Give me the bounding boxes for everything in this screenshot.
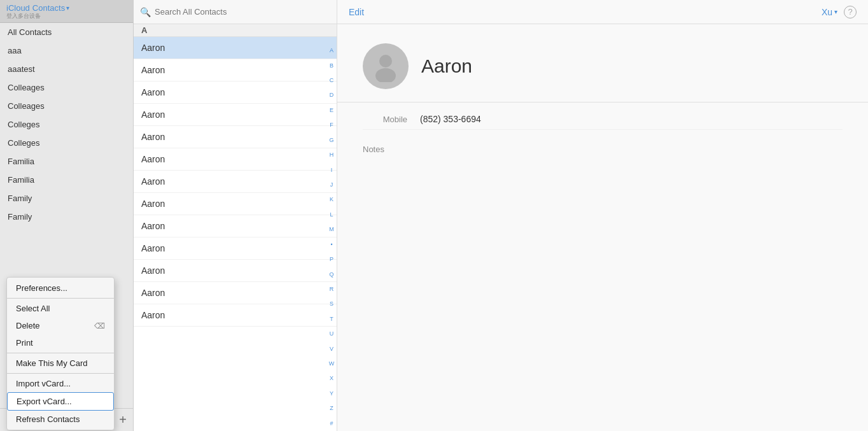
contact-row-10[interactable]: Aaron — [134, 260, 337, 282]
notes-label: Notes — [363, 145, 384, 154]
alpha-D[interactable]: D — [330, 92, 334, 98]
svg-point-1 — [375, 68, 396, 82]
xu-label[interactable]: Xu — [822, 7, 832, 17]
contact-row-4[interactable]: Aaron — [134, 126, 337, 148]
context-select-all[interactable]: Select All — [7, 300, 114, 317]
search-bar: 🔍 — [134, 0, 337, 24]
context-separator-3 — [7, 373, 114, 374]
sidebar-item-family2[interactable]: Family — [0, 208, 133, 226]
alpha-C[interactable]: C — [330, 78, 334, 83]
contact-row-9[interactable]: Aaron — [134, 237, 337, 260]
alpha-U[interactable]: U — [330, 331, 334, 337]
context-make-my-card[interactable]: Make This My Card — [7, 355, 114, 372]
context-export-vcard[interactable]: Export vCard... — [7, 392, 114, 411]
notes-section: Notes — [337, 136, 868, 162]
context-delete[interactable]: Delete ⌫ — [7, 317, 114, 334]
sidebar-item-familia2[interactable]: Familia — [0, 171, 133, 189]
sidebar-item-all-contacts[interactable]: All Contacts — [0, 23, 133, 41]
alpha-F[interactable]: F — [330, 122, 333, 128]
alpha-K[interactable]: K — [330, 197, 333, 202]
context-import-vcard[interactable]: Import vCard... — [7, 375, 114, 392]
icloud-subtitle: 登入多台设备 — [6, 13, 69, 19]
contact-row-7[interactable]: Aaron — [134, 193, 337, 215]
contact-row-6[interactable]: Aaron — [134, 171, 337, 193]
alpha-M[interactable]: M — [329, 227, 334, 232]
svg-point-0 — [379, 55, 392, 67]
context-refresh-contacts[interactable]: Refresh Contacts — [7, 411, 114, 428]
contact-group-header-a: A — [134, 24, 337, 37]
delete-icon: ⌫ — [94, 321, 105, 330]
help-button[interactable]: ? — [844, 6, 857, 18]
alpha-E[interactable]: E — [330, 108, 333, 113]
detail-fields: Mobile (852) 353-6694 — [337, 102, 868, 136]
edit-button[interactable]: Edit — [349, 7, 364, 17]
alpha-Q[interactable]: Q — [329, 272, 333, 278]
alpha-A[interactable]: A — [330, 48, 333, 53]
alpha-P[interactable]: P — [330, 257, 333, 262]
alpha-T[interactable]: T — [330, 316, 333, 322]
sidebar-item-familia1[interactable]: Familia — [0, 152, 133, 171]
contact-row-5[interactable]: Aaron — [134, 148, 337, 171]
avatar-silhouette-icon — [370, 50, 402, 82]
alpha-L[interactable]: L — [330, 212, 333, 218]
contact-row-11[interactable]: Aaron — [134, 282, 337, 304]
contact-info-section: Aaron — [337, 24, 868, 102]
sidebar-item-aaatest[interactable]: aaatest — [0, 60, 133, 78]
alpha-B[interactable]: B — [330, 63, 333, 69]
alpha-I[interactable]: I — [331, 167, 333, 173]
context-separator-2 — [7, 353, 114, 353]
alpha-H[interactable]: H — [330, 152, 334, 158]
mobile-value: (852) 353-6694 — [420, 114, 481, 124]
sidebar-header: iCloud Contacts ▾ 登入多台设备 — [0, 0, 133, 23]
context-print[interactable]: Print — [7, 334, 114, 351]
contact-row-3[interactable]: Aaron — [134, 104, 337, 126]
xu-dropdown-arrow[interactable]: ▾ — [834, 8, 837, 15]
alpha-S[interactable]: S — [330, 301, 333, 307]
contacts-text: Contacts — [32, 3, 65, 13]
alpha-V[interactable]: V — [330, 346, 333, 352]
alpha-hash[interactable]: # — [330, 421, 333, 427]
alpha-Y[interactable]: Y — [330, 391, 333, 397]
context-separator-1 — [7, 298, 114, 299]
alpha-Z[interactable]: Z — [330, 406, 333, 411]
contact-row-12[interactable]: Aaron — [134, 304, 337, 327]
alpha-W[interactable]: W — [329, 361, 335, 367]
alpha-G[interactable]: G — [329, 138, 333, 143]
contact-name-display: Aaron — [421, 55, 472, 77]
sidebar-item-family1[interactable]: Family — [0, 189, 133, 208]
context-preferences[interactable]: Preferences... — [7, 279, 114, 297]
contact-row-1[interactable]: Aaron — [134, 59, 337, 81]
alpha-X[interactable]: X — [330, 376, 333, 381]
contacts-dropdown-arrow[interactable]: ▾ — [66, 4, 69, 11]
context-menu: Preferences... Select All Delete ⌫ Print… — [6, 277, 115, 430]
detail-panel: Edit Xu ▾ ? Aaron Mobile (852) 353-6694 … — [337, 0, 868, 431]
sidebar-item-colleges2[interactable]: Colleges — [0, 134, 133, 152]
contact-row-0[interactable]: Aaron — [134, 37, 337, 59]
detail-header: Edit Xu ▾ ? — [337, 0, 868, 24]
contact-row-8[interactable]: Aaron — [134, 215, 337, 237]
search-icon: 🔍 — [140, 7, 151, 17]
sidebar-item-colleges1[interactable]: Colleges — [0, 115, 133, 134]
sidebar-item-aaa[interactable]: aaa — [0, 41, 133, 60]
sidebar-item-colleages2[interactable]: Colleages — [0, 97, 133, 115]
contact-list-panel: 🔍 A Aaron Aaron Aaron Aaron Aaron Aaron … — [134, 0, 337, 431]
add-contact-button[interactable]: + — [119, 413, 127, 427]
icloud-label: iCloud — [6, 3, 30, 13]
alpha-dot[interactable]: • — [330, 242, 332, 248]
mobile-field-row: Mobile (852) 353-6694 — [363, 109, 843, 130]
search-input[interactable] — [155, 7, 330, 17]
sidebar-item-colleages1[interactable]: Colleages — [0, 78, 133, 97]
mobile-label: Mobile — [363, 114, 407, 124]
contact-row-2[interactable]: Aaron — [134, 81, 337, 104]
avatar — [363, 43, 409, 89]
contact-list: A Aaron Aaron Aaron Aaron Aaron Aaron Aa… — [134, 24, 337, 431]
alpha-R[interactable]: R — [330, 286, 334, 292]
alpha-J[interactable]: J — [330, 182, 333, 188]
